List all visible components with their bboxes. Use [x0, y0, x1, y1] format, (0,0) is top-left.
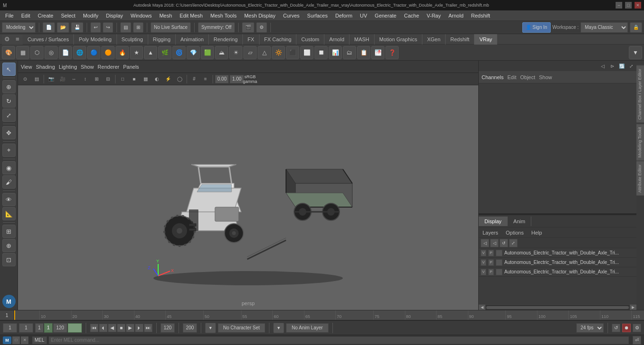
layer-color-3[interactable] — [496, 269, 502, 275]
menu-redshift[interactable]: Redshift — [468, 12, 493, 19]
viewport-menu-lighting[interactable]: Lighting — [59, 64, 77, 70]
vray-icon-6[interactable]: 🌐 — [73, 46, 86, 59]
mode-dropdown[interactable]: Modeling — [2, 22, 36, 33]
menu-select[interactable]: Select — [58, 12, 79, 19]
menu-surfaces[interactable]: Surfaces — [304, 12, 331, 19]
show-tab[interactable]: Show — [539, 74, 552, 80]
vray-icon-8[interactable]: 🟠 — [101, 46, 115, 59]
fps-selector[interactable]: 24 fps 30 fps — [576, 323, 604, 333]
object-tab[interactable]: Object — [520, 74, 535, 80]
side-label-modeling-toolkit[interactable]: Modeling Toolkit — [636, 124, 644, 160]
vp-cam-3[interactable]: ↔ — [69, 74, 79, 84]
module-settings-button[interactable]: ⚙ — [2, 34, 12, 45]
vp-cam-4[interactable]: ↕ — [80, 74, 90, 84]
vray-icon-22[interactable]: ⬜ — [300, 46, 313, 59]
panel-icon-1[interactable]: ◁ — [599, 62, 607, 70]
no-anim-layer[interactable]: No Anim Layer — [286, 323, 329, 333]
render-settings-button[interactable]: ⚙ — [256, 22, 267, 33]
vp-light[interactable]: ◐ — [152, 74, 162, 84]
vray-icon-13[interactable]: 🌀 — [172, 46, 186, 59]
menu-generate[interactable]: Generate — [371, 12, 400, 19]
menu-modify[interactable]: Modify — [80, 12, 101, 19]
move-tool[interactable]: ⊕ — [2, 80, 16, 93]
help-menu[interactable]: Help — [528, 229, 546, 236]
render-button[interactable]: 🎬 — [242, 22, 254, 33]
lasso-tool[interactable]: ⌖ — [2, 144, 16, 157]
vp-smooth[interactable]: ◯ — [174, 74, 185, 84]
menu-edit-mesh[interactable]: Edit Mesh — [176, 12, 206, 19]
menu-deform[interactable]: Deform — [332, 12, 356, 19]
tab-motion-graphics[interactable]: Motion Graphics — [375, 34, 422, 45]
vray-icon-24[interactable]: 📊 — [329, 46, 342, 59]
menu-windows[interactable]: Windows — [127, 12, 155, 19]
vray-icon-23[interactable]: 🔲 — [314, 46, 328, 59]
menu-vray[interactable]: V-Ray — [423, 12, 444, 19]
layer-name-3[interactable]: Autonomous_Electric_Tractor_with_Double_… — [504, 269, 635, 274]
mini-close-x[interactable]: ✕ — [21, 336, 28, 344]
vp-cam-1[interactable]: 📷 — [46, 74, 56, 84]
layer-v-3[interactable]: V — [481, 269, 486, 275]
open-scene-button[interactable]: 📂 — [57, 22, 69, 33]
layer-back-btn[interactable]: ◁ — [481, 239, 489, 247]
vray-icon-11[interactable]: ▲ — [144, 46, 157, 59]
tab-fx-caching[interactable]: FX Caching — [259, 34, 296, 45]
vp-hud[interactable]: ≡ — [200, 74, 211, 84]
tab-fx[interactable]: FX — [243, 34, 259, 45]
layer-back-btn-2[interactable]: ◁ — [490, 239, 499, 247]
vray-icon-21[interactable]: ⬛ — [286, 46, 299, 59]
menu-arnold[interactable]: Arnold — [445, 12, 467, 19]
range-start-field[interactable]: 1 — [35, 323, 44, 333]
close-button[interactable]: ✕ — [635, 2, 641, 9]
vray-icon-5[interactable]: 📄 — [59, 46, 72, 59]
tab-redshift[interactable]: Redshift — [446, 34, 474, 45]
alt-end-field[interactable]: 200 — [183, 323, 197, 333]
sculpt-tool[interactable]: 🖌 — [2, 175, 16, 189]
tab-arnold[interactable]: Arnold — [324, 34, 349, 45]
step-back-button[interactable]: ⏴ — [99, 324, 107, 332]
loop-button[interactable]: ↺ — [612, 324, 620, 332]
workspace-selector[interactable]: Maya Classic — [581, 22, 628, 33]
layer-scroll-right[interactable]: ▶ — [630, 305, 636, 310]
anim-tab[interactable]: Anim — [508, 217, 531, 226]
viewport-menu-renderer[interactable]: Renderer — [98, 64, 119, 70]
layer-v-2[interactable]: V — [481, 259, 486, 266]
menu-file[interactable]: File — [2, 12, 17, 19]
key-settings-button[interactable]: ⚙ — [633, 324, 641, 332]
vray-icon-1[interactable]: 🎨 — [2, 46, 15, 59]
tab-custom[interactable]: Custom — [296, 34, 324, 45]
vray-icon-20[interactable]: 🔆 — [272, 46, 285, 59]
layer-color-1[interactable] — [496, 250, 502, 256]
workspace-lock-button[interactable]: 🔒 — [630, 22, 642, 33]
soft-mod-tool[interactable]: ◉ — [2, 161, 16, 174]
menu-uv[interactable]: UV — [357, 12, 370, 19]
layer-expand-btn[interactable]: ⤢ — [509, 239, 518, 247]
vp-realtime[interactable]: ⚡ — [163, 74, 173, 84]
snap-grid-button[interactable]: ⊞ — [2, 225, 16, 238]
sign-in-button[interactable]: 👤 Sign In — [522, 22, 551, 33]
mini-close[interactable]: □ — [12, 336, 20, 344]
vp-texture[interactable]: ▦ — [140, 74, 151, 84]
frame-start-field[interactable]: 1 — [3, 323, 17, 333]
vray-icon-18[interactable]: ▱ — [243, 46, 257, 59]
vray-icon-19[interactable]: △ — [258, 46, 271, 59]
layer-p-2[interactable]: P — [488, 259, 494, 266]
tab-vray[interactable]: VRay — [474, 34, 497, 45]
stop-button[interactable]: ■ — [117, 324, 125, 332]
anim-layer-dropdown[interactable]: ▼ — [273, 323, 284, 333]
menu-mesh-tools[interactable]: Mesh Tools — [207, 12, 240, 19]
timeline[interactable]: 1 10 20 30 40 45 50 55 60 65 70 75 80 85… — [0, 310, 644, 320]
vray-icon-14[interactable]: 💎 — [187, 46, 200, 59]
tab-xgen[interactable]: XGen — [422, 34, 446, 45]
layer-name-2[interactable]: Autonomous_Electric_Tractor_with_Double_… — [504, 260, 635, 265]
select-all-button[interactable]: ▤ — [120, 22, 131, 33]
timeline-scrubber[interactable]: 10 20 30 40 45 50 55 60 65 70 75 80 85 9… — [14, 310, 644, 320]
menu-mesh[interactable]: Mesh — [156, 12, 175, 19]
channels-tab[interactable]: Channels — [482, 74, 503, 80]
vray-icon-17[interactable]: ☀ — [229, 46, 242, 59]
vp-cam-2[interactable]: 🎥 — [57, 74, 68, 84]
menu-mesh-display[interactable]: Mesh Display — [241, 12, 279, 19]
vp-color-mode[interactable]: sRGB gamma — [245, 74, 255, 84]
auto-key-button[interactable]: ⏺ — [622, 324, 631, 332]
vp-solid[interactable]: ■ — [129, 74, 139, 84]
vray-icon-26[interactable]: 📋 — [357, 46, 370, 59]
